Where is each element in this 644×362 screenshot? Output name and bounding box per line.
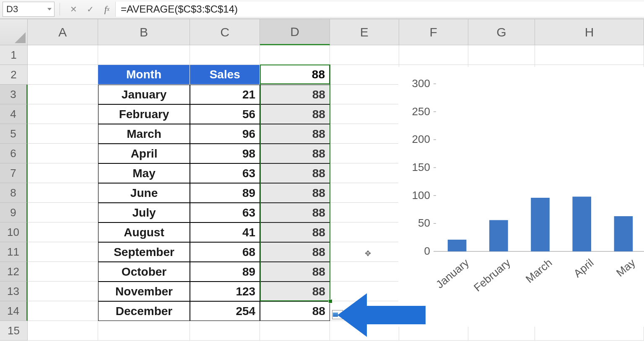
row-header-3[interactable]: 3 [0, 85, 28, 104]
cell-C12[interactable]: 89 [190, 262, 260, 282]
cell-D4[interactable]: 88 [260, 104, 330, 124]
cell-E1[interactable] [330, 45, 399, 65]
cell-D1[interactable] [260, 45, 330, 65]
cell-B8[interactable]: June [98, 183, 190, 203]
formula-input[interactable]: =AVERAGE($C$3:$C$14) [115, 2, 644, 17]
cell-B7[interactable]: May [98, 163, 190, 183]
cell-D2[interactable]: Average [260, 65, 330, 85]
row-header-7[interactable]: 7 [0, 163, 28, 183]
cell-A1[interactable] [28, 45, 98, 65]
cell-C13[interactable]: 123 [190, 282, 260, 301]
name-box[interactable]: D3 [3, 2, 55, 17]
cell-A3[interactable] [28, 85, 98, 104]
cell-A10[interactable] [28, 222, 98, 242]
cell-A8[interactable] [28, 183, 98, 203]
cell-A5[interactable] [28, 124, 98, 144]
cell-B14[interactable]: December [98, 301, 190, 321]
cell-B10[interactable]: August [98, 222, 190, 242]
col-header-D[interactable]: D [260, 19, 330, 45]
cancel-formula-icon[interactable]: ✕ [68, 3, 79, 15]
cell-D9[interactable]: 88 [260, 203, 330, 222]
col-header-F[interactable]: F [399, 19, 468, 45]
cell-A2[interactable] [28, 65, 98, 85]
cell-E8[interactable] [330, 183, 399, 203]
cell-C5[interactable]: 96 [190, 124, 260, 144]
fx-icon[interactable]: fx [101, 3, 113, 15]
cell-C15[interactable] [190, 321, 260, 341]
cell-A9[interactable] [28, 203, 98, 222]
cell-D14[interactable]: 88 [260, 301, 330, 321]
cell-B2[interactable]: Month [98, 65, 190, 85]
row-header-6[interactable]: 6 [0, 144, 28, 163]
cell-C10[interactable]: 41 [190, 222, 260, 242]
cell-B5[interactable]: March [98, 124, 190, 144]
cell-G1[interactable] [468, 45, 535, 65]
select-all-corner[interactable] [0, 19, 28, 45]
cell-D11[interactable]: 88 [260, 242, 330, 262]
cell-D6[interactable]: 88 [260, 144, 330, 163]
cell-A6[interactable] [28, 144, 98, 163]
cell-A15[interactable] [28, 321, 98, 341]
cell-F1[interactable] [399, 45, 468, 65]
chevron-down-icon[interactable] [47, 8, 52, 10]
col-header-A[interactable]: A [28, 19, 98, 45]
row-header-4[interactable]: 4 [0, 104, 28, 124]
cell-B1[interactable] [98, 45, 190, 65]
cell-A11[interactable] [28, 242, 98, 262]
cell-D10[interactable]: 88 [260, 222, 330, 242]
cell-C11[interactable]: 68 [190, 242, 260, 262]
cell-C4[interactable]: 56 [190, 104, 260, 124]
cell-C8[interactable]: 89 [190, 183, 260, 203]
cell-C14[interactable]: 254 [190, 301, 260, 321]
cell-B3[interactable]: January [98, 85, 190, 104]
cell-C2[interactable]: Sales [190, 65, 260, 85]
cell-A7[interactable] [28, 163, 98, 183]
cell-E4[interactable] [330, 104, 399, 124]
cell-C6[interactable]: 98 [190, 144, 260, 163]
row-header-15[interactable]: 15 [0, 321, 28, 341]
cell-B6[interactable]: April [98, 144, 190, 163]
cell-D12[interactable]: 88 [260, 262, 330, 282]
cell-B15[interactable] [98, 321, 190, 341]
col-header-E[interactable]: E [330, 19, 399, 45]
cell-A13[interactable] [28, 282, 98, 301]
row-header-10[interactable]: 10 [0, 222, 28, 242]
cell-D5[interactable]: 88 [260, 124, 330, 144]
row-header-2[interactable]: 2 [0, 65, 28, 85]
row-header-11[interactable]: 11 [0, 242, 28, 262]
cell-C7[interactable]: 63 [190, 163, 260, 183]
col-header-H[interactable]: H [535, 19, 644, 45]
bar-chart[interactable]: 050100150200250300JanuaryFebruaryMarchAp… [398, 67, 644, 327]
cell-B12[interactable]: October [98, 262, 190, 282]
cell-E2[interactable] [330, 65, 399, 85]
cell-D8[interactable]: 88 [260, 183, 330, 203]
row-header-12[interactable]: 12 [0, 262, 28, 282]
cell-A12[interactable] [28, 262, 98, 282]
cell-E3[interactable] [330, 85, 399, 104]
cell-B4[interactable]: February [98, 104, 190, 124]
row-header-14[interactable]: 14 [0, 301, 28, 321]
cell-E10[interactable] [330, 222, 399, 242]
cell-C9[interactable]: 63 [190, 203, 260, 222]
cell-A14[interactable] [28, 301, 98, 321]
col-header-C[interactable]: C [190, 19, 260, 45]
cell-D7[interactable]: 88 [260, 163, 330, 183]
cell-B9[interactable]: July [98, 203, 190, 222]
cell-C3[interactable]: 21 [190, 85, 260, 104]
cell-C1[interactable] [190, 45, 260, 65]
cell-E6[interactable] [330, 144, 399, 163]
row-header-5[interactable]: 5 [0, 124, 28, 144]
cell-E5[interactable] [330, 124, 399, 144]
row-header-13[interactable]: 13 [0, 282, 28, 301]
cell-E9[interactable] [330, 203, 399, 222]
row-header-9[interactable]: 9 [0, 203, 28, 222]
cell-E7[interactable] [330, 163, 399, 183]
cell-B13[interactable]: November [98, 282, 190, 301]
col-header-B[interactable]: B [98, 19, 190, 45]
col-header-G[interactable]: G [468, 19, 535, 45]
cell-H1[interactable] [535, 45, 644, 65]
cell-A4[interactable] [28, 104, 98, 124]
accept-formula-icon[interactable]: ✓ [84, 3, 96, 15]
cell-D15[interactable] [260, 321, 330, 341]
cell-D13[interactable]: 88 [260, 282, 330, 301]
